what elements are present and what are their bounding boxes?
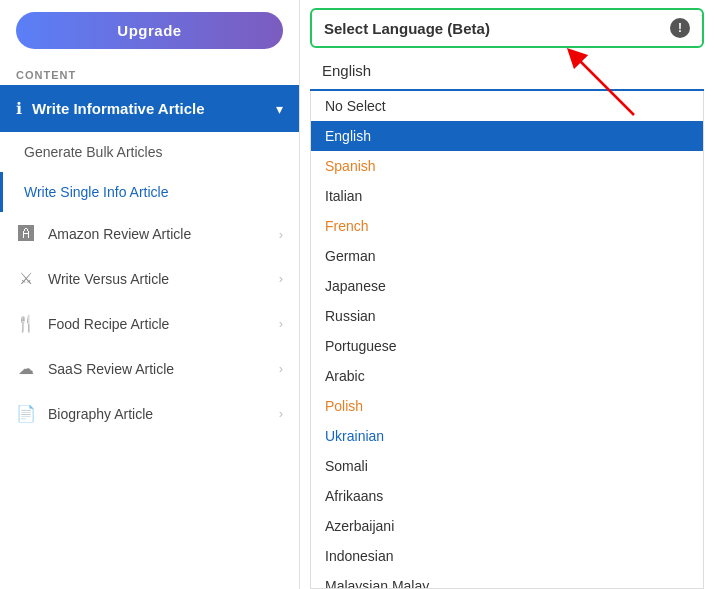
dropdown-option[interactable]: Afrikaans bbox=[311, 481, 703, 511]
amazon-label: Amazon Review Article bbox=[48, 226, 279, 242]
sidebar-item-food[interactable]: 🍴 Food Recipe Article › bbox=[0, 301, 299, 346]
upgrade-button[interactable]: Upgrade bbox=[16, 12, 283, 49]
sidebar-item-biography[interactable]: 📄 Biography Article › bbox=[0, 391, 299, 436]
chevron-right-icon-4: › bbox=[279, 361, 283, 376]
language-selected-display: English bbox=[310, 52, 704, 91]
content-section-label: CONTENT bbox=[0, 61, 299, 85]
language-select-label: Select Language (Beta) bbox=[324, 20, 662, 37]
right-panel: Select Language (Beta) ! English No Sele… bbox=[300, 0, 714, 589]
dropdown-option[interactable]: No Select bbox=[311, 91, 703, 121]
dropdown-option[interactable]: Polish bbox=[311, 391, 703, 421]
single-info-label: Write Single Info Article bbox=[24, 184, 168, 200]
sidebar-item-amazon[interactable]: 🅰 Amazon Review Article › bbox=[0, 212, 299, 256]
chevron-right-icon: › bbox=[279, 227, 283, 242]
dropdown-option[interactable]: Indonesian bbox=[311, 541, 703, 571]
dropdown-option[interactable]: French bbox=[311, 211, 703, 241]
chevron-right-icon-2: › bbox=[279, 271, 283, 286]
food-icon: 🍴 bbox=[16, 314, 36, 333]
info-icon: ℹ bbox=[16, 99, 22, 118]
dropdown-option[interactable]: Spanish bbox=[311, 151, 703, 181]
dropdown-option[interactable]: Russian bbox=[311, 301, 703, 331]
info-badge-icon: ! bbox=[670, 18, 690, 38]
saas-icon: ☁ bbox=[16, 359, 36, 378]
amazon-icon: 🅰 bbox=[16, 225, 36, 243]
sidebar: Upgrade CONTENT ℹ Write Informative Arti… bbox=[0, 0, 300, 589]
food-label: Food Recipe Article bbox=[48, 316, 279, 332]
dropdown-option[interactable]: Portuguese bbox=[311, 331, 703, 361]
dropdown-option[interactable]: German bbox=[311, 241, 703, 271]
dropdown-option[interactable]: Italian bbox=[311, 181, 703, 211]
dropdown-option[interactable]: Azerbaijani bbox=[311, 511, 703, 541]
versus-icon: ⚔ bbox=[16, 269, 36, 288]
saas-label: SaaS Review Article bbox=[48, 361, 279, 377]
chevron-right-icon-3: › bbox=[279, 316, 283, 331]
dropdown-option[interactable]: Arabic bbox=[311, 361, 703, 391]
chevron-right-icon-5: › bbox=[279, 406, 283, 421]
sidebar-item-versus[interactable]: ⚔ Write Versus Article › bbox=[0, 256, 299, 301]
biography-label: Biography Article bbox=[48, 406, 279, 422]
language-dropdown-list[interactable]: No SelectEnglishSpanishItalianFrenchGerm… bbox=[310, 91, 704, 589]
upgrade-btn-wrap: Upgrade bbox=[0, 0, 299, 61]
biography-icon: 📄 bbox=[16, 404, 36, 423]
dropdown-option[interactable]: Ukrainian bbox=[311, 421, 703, 451]
sidebar-sub-item-bulk[interactable]: Generate Bulk Articles bbox=[0, 132, 299, 172]
sidebar-active-label: Write Informative Article bbox=[32, 100, 276, 117]
dropdown-option[interactable]: Malaysian Malay bbox=[311, 571, 703, 589]
sidebar-item-saas[interactable]: ☁ SaaS Review Article › bbox=[0, 346, 299, 391]
dropdown-option[interactable]: Somali bbox=[311, 451, 703, 481]
dropdown-option[interactable]: English bbox=[311, 121, 703, 151]
sidebar-item-write-informative[interactable]: ℹ Write Informative Article ▾ bbox=[0, 85, 299, 132]
language-select-header[interactable]: Select Language (Beta) ! bbox=[310, 8, 704, 48]
dropdown-option[interactable]: Japanese bbox=[311, 271, 703, 301]
chevron-down-icon: ▾ bbox=[276, 101, 283, 117]
versus-label: Write Versus Article bbox=[48, 271, 279, 287]
bulk-articles-label: Generate Bulk Articles bbox=[24, 144, 163, 160]
sidebar-sub-item-single[interactable]: Write Single Info Article bbox=[0, 172, 299, 212]
